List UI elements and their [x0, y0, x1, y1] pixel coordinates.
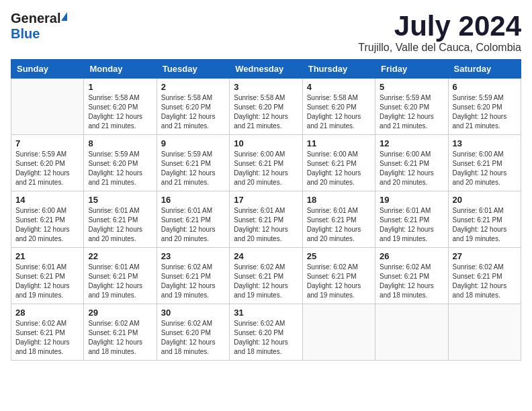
calendar-day-cell: 2Sunrise: 5:58 AM Sunset: 6:20 PM Daylig… — [157, 79, 229, 135]
calendar-day-cell: 8Sunrise: 5:59 AM Sunset: 6:20 PM Daylig… — [84, 135, 157, 191]
logo-triangle-icon — [61, 12, 67, 21]
day-info: Sunrise: 5:58 AM Sunset: 6:20 PM Dayligh… — [234, 93, 298, 131]
day-number: 18 — [307, 195, 371, 205]
calendar-day-cell: 18Sunrise: 6:01 AM Sunset: 6:21 PM Dayli… — [302, 191, 375, 248]
day-info: Sunrise: 6:00 AM Sunset: 6:21 PM Dayligh… — [15, 206, 79, 244]
weekday-header-monday: Monday — [84, 60, 157, 79]
title-area: July 2024 Trujillo, Valle del Cauca, Col… — [358, 11, 521, 54]
day-number: 27 — [453, 251, 517, 261]
logo-general-text: General — [11, 11, 60, 26]
day-info: Sunrise: 6:01 AM Sunset: 6:21 PM Dayligh… — [234, 206, 298, 244]
calendar-day-cell: 21Sunrise: 6:01 AM Sunset: 6:21 PM Dayli… — [11, 248, 84, 304]
calendar-table: SundayMondayTuesdayWednesdayThursdayFrid… — [11, 59, 521, 361]
calendar-day-cell: 10Sunrise: 6:00 AM Sunset: 6:21 PM Dayli… — [230, 135, 302, 191]
calendar-week-row: 21Sunrise: 6:01 AM Sunset: 6:21 PM Dayli… — [11, 248, 521, 304]
day-info: Sunrise: 5:59 AM Sunset: 6:20 PM Dayligh… — [380, 93, 443, 131]
calendar-day-cell: 19Sunrise: 6:01 AM Sunset: 6:21 PM Dayli… — [375, 191, 448, 248]
day-info: Sunrise: 6:00 AM Sunset: 6:21 PM Dayligh… — [380, 150, 443, 187]
day-info: Sunrise: 6:02 AM Sunset: 6:21 PM Dayligh… — [15, 319, 79, 357]
day-info: Sunrise: 6:02 AM Sunset: 6:20 PM Dayligh… — [234, 319, 298, 357]
calendar-day-cell — [375, 304, 448, 361]
weekday-header-friday: Friday — [375, 60, 448, 79]
day-number: 5 — [380, 82, 443, 92]
calendar-week-row: 28Sunrise: 6:02 AM Sunset: 6:21 PM Dayli… — [11, 304, 521, 361]
location-subtitle: Trujillo, Valle del Cauca, Colombia — [358, 42, 521, 54]
calendar-day-cell: 26Sunrise: 6:02 AM Sunset: 6:21 PM Dayli… — [375, 248, 448, 304]
calendar-day-cell: 14Sunrise: 6:00 AM Sunset: 6:21 PM Dayli… — [11, 191, 84, 248]
day-number: 1 — [88, 82, 152, 92]
day-number: 28 — [15, 308, 79, 318]
day-number: 8 — [88, 138, 152, 148]
day-number: 30 — [161, 308, 225, 318]
day-number: 7 — [15, 138, 79, 148]
day-info: Sunrise: 6:01 AM Sunset: 6:21 PM Dayligh… — [380, 206, 443, 244]
calendar-day-cell — [302, 304, 375, 361]
day-number: 29 — [88, 308, 152, 318]
day-info: Sunrise: 6:02 AM Sunset: 6:21 PM Dayligh… — [453, 263, 517, 300]
day-info: Sunrise: 6:00 AM Sunset: 6:21 PM Dayligh… — [234, 150, 298, 187]
day-info: Sunrise: 6:01 AM Sunset: 6:21 PM Dayligh… — [161, 206, 225, 244]
day-number: 26 — [380, 251, 443, 261]
day-info: Sunrise: 6:01 AM Sunset: 6:21 PM Dayligh… — [307, 206, 371, 244]
day-info: Sunrise: 6:01 AM Sunset: 6:21 PM Dayligh… — [453, 206, 517, 244]
day-info: Sunrise: 6:02 AM Sunset: 6:21 PM Dayligh… — [234, 263, 298, 300]
calendar-day-cell: 20Sunrise: 6:01 AM Sunset: 6:21 PM Dayli… — [448, 191, 521, 248]
header: General Blue July 2024 Trujillo, Valle d… — [11, 11, 521, 54]
calendar-day-cell: 25Sunrise: 6:02 AM Sunset: 6:21 PM Dayli… — [302, 248, 375, 304]
calendar-day-cell: 1Sunrise: 5:58 AM Sunset: 6:20 PM Daylig… — [84, 79, 157, 135]
calendar-day-cell: 31Sunrise: 6:02 AM Sunset: 6:20 PM Dayli… — [230, 304, 302, 361]
day-number: 15 — [88, 195, 152, 205]
day-number: 19 — [380, 195, 443, 205]
day-number: 20 — [453, 195, 517, 205]
day-info: Sunrise: 5:59 AM Sunset: 6:20 PM Dayligh… — [453, 93, 517, 131]
day-number: 3 — [234, 82, 298, 92]
calendar-day-cell: 17Sunrise: 6:01 AM Sunset: 6:21 PM Dayli… — [230, 191, 302, 248]
day-number: 11 — [307, 138, 371, 148]
weekday-header-thursday: Thursday — [302, 60, 375, 79]
calendar-day-cell: 7Sunrise: 5:59 AM Sunset: 6:20 PM Daylig… — [11, 135, 84, 191]
day-number: 23 — [161, 251, 225, 261]
day-number: 31 — [234, 308, 298, 318]
month-year-title: July 2024 — [358, 11, 521, 42]
day-number: 13 — [453, 138, 517, 148]
day-number: 10 — [234, 138, 298, 148]
day-info: Sunrise: 5:59 AM Sunset: 6:21 PM Dayligh… — [161, 150, 225, 187]
calendar-day-cell: 12Sunrise: 6:00 AM Sunset: 6:21 PM Dayli… — [375, 135, 448, 191]
calendar-day-cell: 13Sunrise: 6:00 AM Sunset: 6:21 PM Dayli… — [448, 135, 521, 191]
day-info: Sunrise: 6:02 AM Sunset: 6:21 PM Dayligh… — [307, 263, 371, 300]
day-number: 17 — [234, 195, 298, 205]
calendar-day-cell — [11, 79, 84, 135]
calendar-week-row: 7Sunrise: 5:59 AM Sunset: 6:20 PM Daylig… — [11, 135, 521, 191]
calendar-day-cell: 24Sunrise: 6:02 AM Sunset: 6:21 PM Dayli… — [230, 248, 302, 304]
day-info: Sunrise: 6:00 AM Sunset: 6:21 PM Dayligh… — [453, 150, 517, 187]
day-number: 9 — [161, 138, 225, 148]
day-number: 24 — [234, 251, 298, 261]
calendar-day-cell: 27Sunrise: 6:02 AM Sunset: 6:21 PM Dayli… — [448, 248, 521, 304]
day-number: 25 — [307, 251, 371, 261]
day-info: Sunrise: 6:01 AM Sunset: 6:21 PM Dayligh… — [15, 263, 79, 300]
weekday-header-sunday: Sunday — [11, 60, 84, 79]
day-number: 2 — [161, 82, 225, 92]
logo-blue-text: Blue — [11, 26, 40, 41]
logo: General Blue — [11, 11, 67, 42]
calendar-day-cell: 28Sunrise: 6:02 AM Sunset: 6:21 PM Dayli… — [11, 304, 84, 361]
day-info: Sunrise: 5:58 AM Sunset: 6:20 PM Dayligh… — [307, 93, 371, 131]
day-info: Sunrise: 5:58 AM Sunset: 6:20 PM Dayligh… — [88, 93, 152, 131]
day-info: Sunrise: 6:02 AM Sunset: 6:20 PM Dayligh… — [161, 319, 225, 357]
day-info: Sunrise: 5:58 AM Sunset: 6:20 PM Dayligh… — [161, 93, 225, 131]
day-number: 22 — [88, 251, 152, 261]
day-number: 6 — [453, 82, 517, 92]
calendar-day-cell: 15Sunrise: 6:01 AM Sunset: 6:21 PM Dayli… — [84, 191, 157, 248]
weekday-header-saturday: Saturday — [448, 60, 521, 79]
calendar-day-cell: 23Sunrise: 6:02 AM Sunset: 6:21 PM Dayli… — [157, 248, 229, 304]
calendar-day-cell: 6Sunrise: 5:59 AM Sunset: 6:20 PM Daylig… — [448, 79, 521, 135]
calendar-week-row: 1Sunrise: 5:58 AM Sunset: 6:20 PM Daylig… — [11, 79, 521, 135]
day-info: Sunrise: 6:01 AM Sunset: 6:21 PM Dayligh… — [88, 263, 152, 300]
calendar-day-cell: 3Sunrise: 5:58 AM Sunset: 6:20 PM Daylig… — [230, 79, 302, 135]
day-number: 21 — [15, 251, 79, 261]
calendar-day-cell: 9Sunrise: 5:59 AM Sunset: 6:21 PM Daylig… — [157, 135, 229, 191]
calendar-day-cell: 5Sunrise: 5:59 AM Sunset: 6:20 PM Daylig… — [375, 79, 448, 135]
calendar-day-cell: 29Sunrise: 6:02 AM Sunset: 6:21 PM Dayli… — [84, 304, 157, 361]
calendar-day-cell: 4Sunrise: 5:58 AM Sunset: 6:20 PM Daylig… — [302, 79, 375, 135]
calendar-day-cell: 30Sunrise: 6:02 AM Sunset: 6:20 PM Dayli… — [157, 304, 229, 361]
